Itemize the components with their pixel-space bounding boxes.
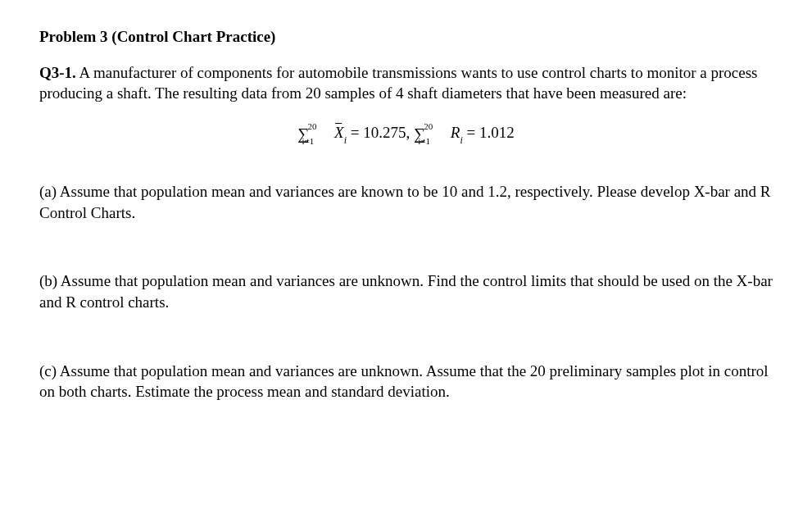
problem-intro: Q3-1. A manufacturer of components for a… [39,62,773,104]
equation-value-2: = 1.012 [466,124,514,141]
sum-upper-1: 20 [308,121,317,131]
r-symbol: R [451,124,460,141]
xbar-symbol: X [334,122,344,143]
sum-upper-2: 20 [424,121,433,131]
r-subscript: i [460,134,462,146]
intro-text: A manufacturer of components for automob… [39,64,757,102]
equation-value-1: = 10.275, [351,124,414,141]
part-c: (c) Assume that population mean and vari… [39,361,773,402]
equation-block: ∑20i=1 Xi = 10.275, ∑20i=1 Ri = 1.012 [39,122,773,145]
xbar-subscript: i [344,134,347,146]
sum-lower-2: i=1 [418,136,430,146]
sum-lower-1: i=1 [302,136,315,146]
question-label: Q3-1. [39,64,76,81]
part-a: (a) Assume that population mean and vari… [39,181,773,223]
part-b: (b) Assume that population mean and vari… [39,270,773,312]
problem-title: Problem 3 (Control Chart Practice) [39,26,773,48]
